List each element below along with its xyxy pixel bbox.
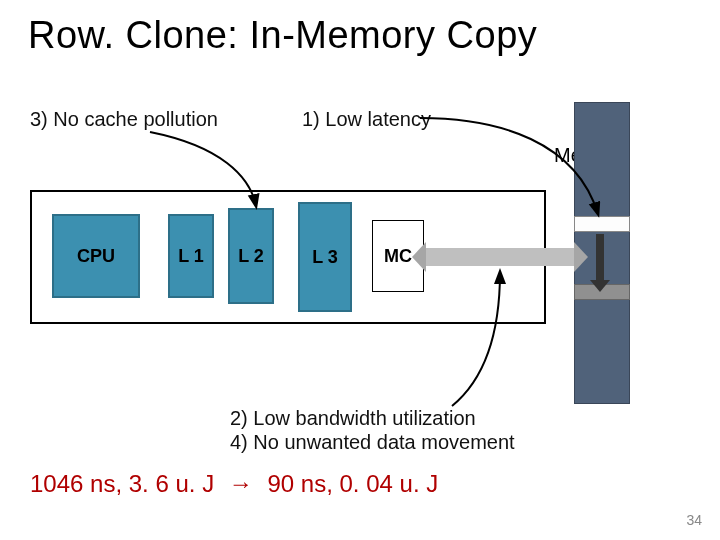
annotation-bandwidth: 2) Low bandwidth utilization [230,406,515,430]
page-number: 34 [686,512,702,528]
result-before: 1046 ns, 3. 6 u. J [30,470,214,497]
arrow-bandwidth [0,0,720,540]
annotation-bandwidth-movement: 2) Low bandwidth utilization 4) No unwan… [230,406,515,454]
result-after: 90 ns, 0. 04 u. J [267,470,438,497]
annotation-no-movement: 4) No unwanted data movement [230,430,515,454]
result-line: 1046 ns, 3. 6 u. J → 90 ns, 0. 04 u. J [30,470,438,498]
result-arrow: → [229,470,253,498]
